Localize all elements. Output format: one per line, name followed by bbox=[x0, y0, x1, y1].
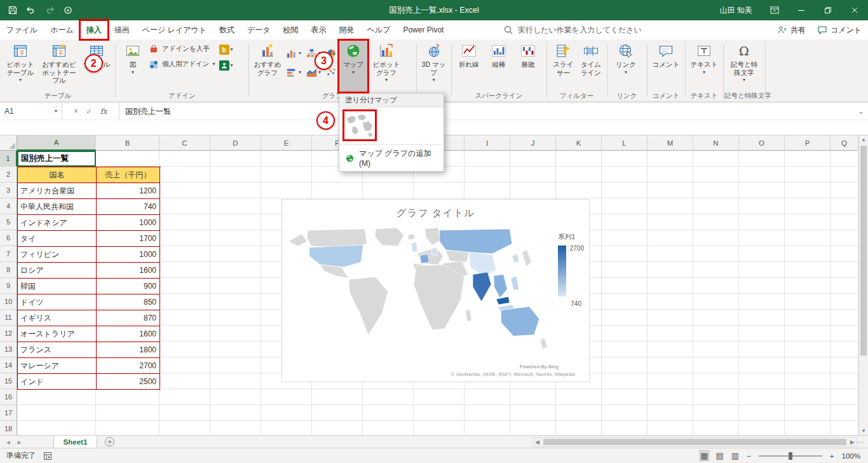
grid-cell[interactable] bbox=[785, 262, 831, 278]
legend-title[interactable]: 系列1 bbox=[558, 233, 575, 242]
touch-mode-icon[interactable]: ▾ bbox=[63, 5, 77, 15]
column-header-D[interactable]: D bbox=[210, 135, 261, 151]
text-button[interactable]: テキスト ▾ bbox=[688, 40, 721, 92]
grid-cell[interactable] bbox=[159, 278, 210, 294]
grid-cell[interactable] bbox=[602, 151, 648, 167]
sparkline-winloss-button[interactable]: 勝敗 bbox=[513, 40, 543, 92]
zoom-out-icon[interactable]: − bbox=[747, 452, 751, 460]
grid-cell[interactable] bbox=[831, 389, 858, 405]
grid-cell[interactable] bbox=[465, 421, 510, 435]
new-sheet-button[interactable]: + bbox=[105, 437, 114, 446]
country-name-cell[interactable]: インド bbox=[18, 374, 97, 390]
link-button[interactable]: リンク ▾ bbox=[609, 40, 642, 92]
grid-cell[interactable] bbox=[785, 357, 831, 373]
sales-header-cell[interactable]: 売上（千円） bbox=[97, 167, 160, 183]
grid-cell[interactable] bbox=[312, 389, 363, 405]
grid-cell[interactable] bbox=[556, 151, 602, 167]
row-header-1[interactable]: 1 bbox=[0, 151, 17, 167]
grid-cell[interactable] bbox=[602, 230, 648, 246]
grid-cell[interactable] bbox=[556, 167, 602, 183]
scroll-down-icon[interactable]: ▼ bbox=[859, 428, 868, 434]
minimize-button[interactable] bbox=[788, 0, 815, 20]
grid-cell[interactable] bbox=[693, 214, 739, 230]
grid-cell[interactable] bbox=[739, 167, 785, 183]
grid-cell[interactable] bbox=[261, 151, 312, 167]
row-header-2[interactable]: 2 bbox=[0, 167, 17, 183]
grid-cell[interactable] bbox=[648, 294, 693, 310]
sparkline-line-button[interactable]: 折れ線 bbox=[454, 40, 484, 92]
normal-view-icon[interactable]: ▦ bbox=[700, 451, 708, 460]
column-header-M[interactable]: M bbox=[648, 135, 693, 151]
sales-value-cell[interactable]: 2700 bbox=[97, 358, 160, 374]
sales-value-cell[interactable]: 850 bbox=[97, 294, 160, 310]
insert-column-chart-button[interactable]: ▾ bbox=[287, 45, 304, 62]
cancel-entry-icon[interactable]: × bbox=[74, 107, 78, 116]
grid-cell[interactable] bbox=[785, 278, 831, 294]
grid-cell[interactable] bbox=[210, 246, 261, 262]
row-header-12[interactable]: 12 bbox=[0, 326, 17, 342]
grid-cell[interactable] bbox=[831, 214, 858, 230]
grid-cell[interactable] bbox=[648, 373, 693, 389]
ribbon-tab-表示[interactable]: 表示 bbox=[305, 20, 333, 39]
grid-cell[interactable] bbox=[739, 421, 785, 435]
row-header-14[interactable]: 14 bbox=[0, 357, 17, 373]
customize-qat-icon[interactable]: ▾ bbox=[84, 8, 86, 13]
timeline-button[interactable]: タイムライン bbox=[578, 40, 604, 92]
country-name-cell[interactable]: マレーシア bbox=[18, 358, 97, 374]
country-name-cell[interactable]: 韓国 bbox=[18, 279, 97, 294]
row-header-8[interactable]: 8 bbox=[0, 262, 17, 278]
grid-cell[interactable] bbox=[159, 246, 210, 262]
grid-cell[interactable] bbox=[159, 214, 210, 230]
grid-cell[interactable] bbox=[210, 167, 261, 183]
sales-value-cell[interactable]: 1600 bbox=[97, 326, 160, 342]
grid-cell[interactable] bbox=[785, 167, 831, 183]
ribbon-tab-Power Pivot[interactable]: Power Pivot bbox=[397, 20, 450, 39]
grid-cell[interactable] bbox=[785, 214, 831, 230]
sales-value-cell[interactable]: 1600 bbox=[97, 263, 160, 279]
grid-cell[interactable] bbox=[210, 310, 261, 326]
grid-cell[interactable] bbox=[363, 389, 414, 405]
grid-cell[interactable] bbox=[465, 183, 510, 198]
grid-cell[interactable] bbox=[602, 167, 648, 183]
grid-cell[interactable] bbox=[831, 421, 858, 435]
grid-cell[interactable] bbox=[648, 230, 693, 246]
country-name-cell[interactable]: イギリス bbox=[18, 310, 97, 326]
page-break-view-icon[interactable]: ▥ bbox=[731, 451, 739, 460]
zoom-in-icon[interactable]: + bbox=[830, 452, 834, 460]
cell-a1-selected[interactable]: 国別売上一覧 bbox=[17, 151, 96, 167]
grid-cell[interactable] bbox=[739, 326, 785, 342]
grid-cell[interactable] bbox=[648, 167, 693, 183]
grid-cell[interactable] bbox=[210, 342, 261, 357]
grid-cell[interactable] bbox=[648, 151, 693, 167]
grid-cell[interactable] bbox=[693, 294, 739, 310]
grid-cell[interactable] bbox=[785, 342, 831, 357]
grid-cell[interactable] bbox=[785, 310, 831, 326]
horizontal-scroll-thumb[interactable] bbox=[543, 439, 846, 445]
grid-cell[interactable] bbox=[693, 198, 739, 214]
scroll-left-icon[interactable]: ◀ bbox=[533, 439, 541, 445]
sales-value-cell[interactable]: 2500 bbox=[97, 374, 160, 390]
grid-cell[interactable] bbox=[739, 214, 785, 230]
grid-cell[interactable] bbox=[831, 278, 858, 294]
grid-cell[interactable] bbox=[693, 342, 739, 357]
column-header-E[interactable]: E bbox=[261, 135, 312, 151]
grid-cell[interactable] bbox=[739, 357, 785, 373]
ribbon-tab-ファイル[interactable]: ファイル bbox=[0, 20, 44, 39]
grid-cell[interactable] bbox=[510, 167, 556, 183]
ribbon-display-options-icon[interactable] bbox=[761, 0, 788, 20]
recommended-pivot-button[interactable]: おすすめピボットテーブル bbox=[37, 40, 81, 92]
zoom-slider-thumb[interactable] bbox=[789, 452, 792, 460]
grid-cell[interactable] bbox=[17, 421, 96, 435]
next-sheet-icon[interactable]: ▸ bbox=[18, 438, 22, 446]
page-layout-view-icon[interactable]: ▤ bbox=[716, 451, 724, 460]
grid-cell[interactable] bbox=[693, 389, 739, 405]
name-box[interactable]: A1 ▾ bbox=[0, 103, 62, 120]
sales-value-cell[interactable]: 870 bbox=[97, 310, 160, 326]
filled-map-option[interactable] bbox=[345, 112, 374, 139]
sales-value-cell[interactable]: 1000 bbox=[97, 215, 160, 231]
macro-record-icon[interactable] bbox=[43, 452, 52, 460]
pivot-table-button[interactable]: ピボットテーブル ▾ bbox=[3, 40, 37, 92]
grid-cell[interactable] bbox=[785, 246, 831, 262]
grid-cell[interactable] bbox=[159, 198, 210, 214]
grid-cell[interactable] bbox=[831, 230, 858, 246]
